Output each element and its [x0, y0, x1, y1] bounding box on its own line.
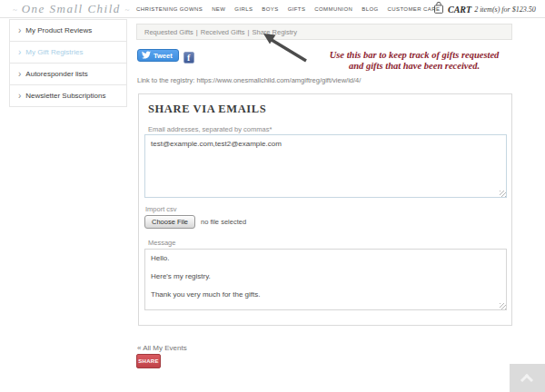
email-addresses-textarea[interactable]: test@example.com,test2@example.com: [144, 134, 507, 198]
facebook-share-icon[interactable]: f: [183, 52, 194, 64]
cart[interactable]: CART 2 item(s) for $123.50: [433, 0, 536, 18]
nav-gifts[interactable]: GIFTS: [288, 6, 306, 12]
sidebar: › My Product Reviews › My Gift Registrie…: [9, 19, 127, 107]
site-logo-text: One Small Child: [22, 2, 121, 15]
chevron-right-icon: ›: [18, 49, 21, 56]
logo-flourish-left: ~: [13, 5, 17, 15]
file-upload-row: Choose File no file selected: [144, 215, 246, 229]
tab-separator: |: [196, 28, 198, 36]
email-addresses-label: Email addresses, separated by commas*: [148, 125, 272, 133]
main-nav: CHRISTENING GOWNS NEW GIRLS BOYS GIFTS C…: [136, 0, 440, 18]
chevron-up-icon: [520, 374, 533, 387]
nav-new[interactable]: NEW: [212, 6, 225, 12]
share-emails-card: SHARE VIA EMAILS Email addresses, separa…: [138, 93, 512, 326]
logo-flourish-right: ~: [125, 5, 130, 15]
sidebar-item-label: My Product Reviews: [25, 26, 92, 34]
tab-received-gifts[interactable]: Received Gifts: [201, 28, 245, 36]
all-my-events-link[interactable]: « All My Events: [137, 344, 187, 352]
card-title: SHARE VIA EMAILS: [148, 103, 266, 116]
nav-girls[interactable]: GIRLS: [234, 6, 253, 12]
chevron-right-icon: ›: [18, 71, 21, 78]
tweet-button[interactable]: Tweet: [137, 49, 179, 62]
message-label: Message: [148, 239, 175, 247]
site-logo[interactable]: ~ One Small Child ~: [13, 2, 129, 16]
page: ~ One Small Child ~ CHRISTENING GOWNS NE…: [0, 0, 545, 392]
site-header: ~ One Small Child ~ CHRISTENING GOWNS NE…: [0, 0, 545, 18]
cart-label: CART: [448, 5, 471, 15]
nav-blog[interactable]: BLOG: [362, 6, 378, 12]
tab-separator: |: [248, 28, 250, 36]
import-csv-label: Import csv: [145, 205, 177, 213]
sidebar-item-label: My Gift Registries: [25, 48, 83, 56]
back-to-top-button[interactable]: [510, 364, 545, 392]
social-share-row: Tweet f: [137, 49, 194, 64]
cart-icon: [433, 1, 444, 18]
choose-file-button[interactable]: Choose File: [144, 215, 195, 229]
sidebar-item-autoresponder-lists[interactable]: › Autoresponder lists: [10, 64, 126, 85]
nav-customer-care[interactable]: CUSTOMER CARE: [388, 6, 441, 12]
annotation-note: Use this bar to keep track of gifts requ…: [295, 50, 533, 71]
sidebar-item-label: Newsletter Subscriptions: [25, 92, 105, 100]
nav-boys[interactable]: BOYS: [262, 6, 278, 12]
twitter-bird-icon: [142, 51, 151, 61]
sidebar-item-label: Autoresponder lists: [25, 70, 87, 78]
annotation-line1: Use this bar to keep track of gifts requ…: [295, 50, 533, 61]
registry-link-row: Link to the registry: https://www.onesma…: [137, 76, 361, 84]
chevron-right-icon: ›: [18, 27, 21, 34]
tweet-button-label: Tweet: [154, 52, 173, 60]
cart-detail: 2 item(s) for $123.50: [474, 5, 536, 14]
tab-requested-gifts[interactable]: Requested Gifts: [144, 28, 193, 36]
sidebar-item-my-gift-registries[interactable]: › My Gift Registries: [10, 42, 126, 64]
nav-communion[interactable]: COMMUNION: [314, 6, 352, 12]
share-button[interactable]: SHARE: [136, 354, 161, 368]
message-textarea[interactable]: Hello. Here's my registry. Thank you ver…: [144, 249, 507, 310]
sidebar-item-newsletter-subscriptions[interactable]: › Newsletter Subscriptions: [10, 85, 126, 107]
registry-tabs-bar: Requested Gifts | Received Gifts | Share…: [136, 24, 512, 40]
registry-link-label: Link to the registry:: [137, 76, 194, 84]
sidebar-item-my-product-reviews[interactable]: › My Product Reviews: [10, 20, 126, 42]
registry-url-link[interactable]: https://www.onesmallchild.com/amgiftreg/…: [196, 76, 361, 84]
chevron-right-icon: ›: [18, 93, 21, 100]
nav-christening-gowns[interactable]: CHRISTENING GOWNS: [136, 6, 203, 12]
no-file-selected-text: no file selected: [201, 218, 246, 226]
facebook-f-glyph: f: [187, 53, 190, 63]
annotation-line2: and gifts that have been received.: [295, 61, 533, 72]
